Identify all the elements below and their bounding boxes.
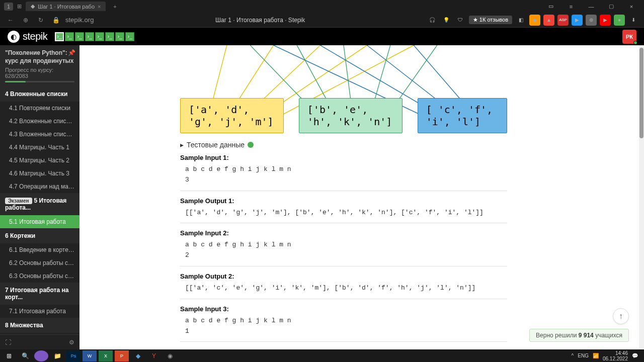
ext-5[interactable]: ⊕: [586, 15, 597, 26]
section-head[interactable]: 6 Кортежи: [0, 228, 79, 243]
app-ps[interactable]: Ps: [66, 350, 80, 361]
test-data-toggle[interactable]: ▸ Тестовые данные: [180, 141, 507, 149]
sample-label: Sample Input 1:: [180, 154, 507, 161]
window-titlebar: 1 ⊞ ◆ Шаг 1 · Итоговая рабо × + ▭ ≡ — ▢ …: [0, 0, 644, 13]
ext-abp[interactable]: ABP: [557, 15, 569, 26]
sample-block: Sample Input 2:a b c d e f g h i j k l m…: [180, 229, 507, 266]
back-button[interactable]: ←: [5, 15, 16, 26]
section-head[interactable]: 4 Вложенные списки: [0, 86, 79, 102]
chevron-right-icon: ▸: [180, 141, 184, 149]
sample-code: [['a', 'd', 'g', 'j', 'm'], ['b', 'e', '…: [180, 208, 507, 218]
page-title: Шаг 1 · Итоговая работа · Stepik: [98, 17, 422, 24]
lesson-item[interactable]: 6.3 Основы работы с корт...: [0, 269, 79, 283]
sample-label: Sample Input 3:: [180, 305, 507, 313]
lesson-item[interactable]: 6.2 Основы работы с корт...: [0, 256, 79, 269]
lesson-item[interactable]: 6.1 Введение в кортежи: [0, 243, 79, 256]
tab-favicon: ◆: [31, 3, 35, 10]
scrollbar[interactable]: [639, 45, 644, 349]
tray-lang[interactable]: ENG: [578, 353, 589, 358]
panel-icon[interactable]: ▭: [543, 2, 558, 12]
minimize-button[interactable]: —: [584, 2, 599, 12]
diag-box-blue: [ 'c', 'f', 'i', 'l']: [418, 98, 507, 133]
search-icon[interactable]: 🔍: [18, 350, 32, 361]
step-4[interactable]: ›_: [85, 32, 94, 41]
ext-yt[interactable]: ▶: [600, 15, 611, 26]
start-button[interactable]: ⊞: [2, 350, 16, 361]
step-5[interactable]: ›_: [95, 32, 104, 41]
app-ppt[interactable]: P: [115, 350, 129, 361]
fullscreen-icon[interactable]: ⛶: [5, 339, 11, 346]
app-vs[interactable]: ◆: [131, 350, 145, 361]
course-title: "Поколение Python": курс для продвинутых: [5, 49, 74, 65]
app-word[interactable]: W: [83, 350, 97, 361]
section-head[interactable]: Экзамен5 Итоговая работа...: [0, 193, 79, 215]
app-explorer[interactable]: 📁: [50, 350, 64, 361]
step-7[interactable]: ›_: [115, 32, 124, 41]
new-tab-button[interactable]: +: [110, 2, 120, 12]
close-icon[interactable]: ×: [98, 4, 101, 10]
sample-code: [['a', 'c', 'e', 'g', 'i', 'k', 'm'], ['…: [180, 283, 507, 294]
close-button[interactable]: ×: [624, 2, 639, 12]
security-icon[interactable]: 🛡: [455, 15, 466, 26]
sample-block: Sample Output 1:[['a', 'd', 'g', 'j', 'm…: [180, 197, 507, 224]
sample-label: Sample Output 1:: [180, 197, 507, 205]
bookmark-icon[interactable]: ◧: [515, 15, 526, 26]
lesson-item[interactable]: 5.1 Итоговая работа: [0, 215, 79, 228]
sample-block: Sample Input 3:a b c d e f g h i j k l m…: [180, 305, 507, 342]
section-head[interactable]: 7 Итоговая работа на корт...: [0, 283, 79, 305]
app-excel[interactable]: X: [99, 350, 113, 361]
logo-icon: ◐: [8, 31, 20, 43]
ext-1[interactable]: ◆: [529, 15, 540, 26]
app-yandex[interactable]: Y: [147, 350, 161, 361]
downloads-icon[interactable]: ⬇: [628, 15, 639, 26]
reviews-badge[interactable]: ★ 1К отзывов: [469, 16, 512, 24]
tray-clock[interactable]: 14:46 06.12.2022: [603, 350, 628, 361]
step-6[interactable]: ›_: [105, 32, 114, 41]
tray-wifi[interactable]: 📶: [593, 353, 599, 358]
scroll-top-button[interactable]: ↑: [613, 308, 629, 324]
step-8[interactable]: ›_: [125, 32, 134, 41]
lesson-item[interactable]: 4.2 Вложенные списки. Ча...: [0, 115, 79, 128]
lock-icon: 🔒: [50, 15, 61, 26]
lesson-item[interactable]: 4.6 Матрицы. Часть 3: [0, 167, 79, 180]
tray-chevron[interactable]: ^: [572, 353, 574, 358]
lesson-item[interactable]: 7.1 Итоговая работа: [0, 305, 79, 318]
step-3[interactable]: ›_: [75, 32, 84, 41]
lesson-item[interactable]: 4.7 Операции над матрица...: [0, 180, 79, 193]
maximize-button[interactable]: ▢: [604, 2, 619, 12]
app-1[interactable]: [34, 350, 48, 361]
lesson-content: ['a', 'd', 'g', 'j', 'm'] ['b', 'e', 'h'…: [79, 45, 644, 349]
settings-icon[interactable]: ⚙: [69, 339, 74, 346]
stepik-logo[interactable]: ◐ stepik: [8, 31, 47, 43]
reload-button[interactable]: ↻: [35, 15, 46, 26]
status-dot: [248, 142, 254, 148]
lesson-item[interactable]: 4.3 Вложенные списки. Ча...: [0, 128, 79, 141]
pin-icon[interactable]: 📌: [68, 49, 75, 56]
sample-block: Sample Output 2:[['a', 'c', 'e', 'g', 'i…: [180, 273, 507, 299]
course-progress: Прогресс по курсу: 628/2083: [5, 67, 74, 79]
sample-label: Sample Input 2:: [180, 229, 507, 237]
step-2[interactable]: ›_: [65, 32, 74, 41]
online-dot: [633, 41, 637, 45]
lesson-item[interactable]: 4.1 Повторяем списки: [0, 102, 79, 115]
shield-icon[interactable]: ⊕: [20, 15, 31, 26]
browser-tab[interactable]: ◆ Шаг 1 · Итоговая рабо ×: [26, 2, 106, 11]
ext-2[interactable]: ▲: [543, 15, 554, 26]
diag-box-yellow: ['a', 'd', 'g', 'j', 'm']: [180, 98, 284, 133]
windows-taskbar: ⊞ 🔍 📁 Ps W X P ◆ Y ◉ ^ ENG 📶 14:46 06.12…: [0, 349, 644, 362]
tray-notifications[interactable]: 💬: [632, 353, 638, 358]
sample-code: a b c d e f g h i j k l m n 3: [180, 164, 507, 186]
headphones-icon[interactable]: 🎧: [427, 15, 438, 26]
lesson-item[interactable]: 4.4 Матрицы. Часть 1: [0, 141, 79, 154]
ext-7[interactable]: ●: [614, 15, 625, 26]
step-1[interactable]: ›_: [55, 32, 64, 41]
lesson-item[interactable]: 4.5 Матрицы. Часть 2: [0, 154, 79, 167]
section-head[interactable]: 8 Множества: [0, 318, 79, 333]
menu-icon[interactable]: ≡: [564, 2, 579, 12]
lightbulb-icon[interactable]: 💡: [441, 15, 452, 26]
ext-4[interactable]: ▶: [572, 15, 583, 26]
new-tab-icon[interactable]: ⊞: [17, 3, 22, 10]
app-obs[interactable]: ◉: [163, 350, 177, 361]
url-text[interactable]: stepik.org: [65, 16, 94, 24]
user-avatar[interactable]: РК: [622, 30, 636, 44]
